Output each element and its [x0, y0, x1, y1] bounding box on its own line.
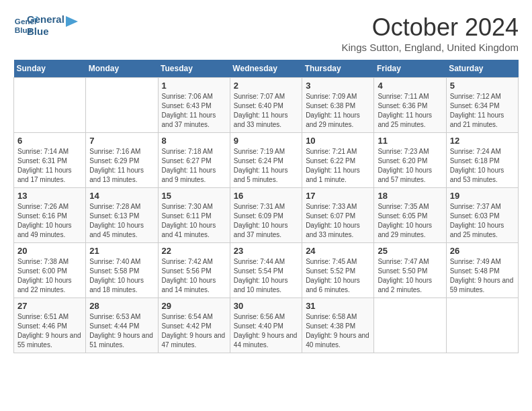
day-number: 26 [450, 246, 515, 256]
day-number: 8 [162, 136, 226, 146]
day-number: 21 [89, 246, 154, 256]
calendar-cell: 27Sunrise: 6:51 AMSunset: 4:46 PMDayligh… [14, 298, 86, 353]
day-detail: Sunrise: 6:53 AMSunset: 4:44 PMDaylight:… [89, 312, 154, 350]
day-number: 30 [234, 301, 298, 311]
day-number: 29 [162, 301, 226, 311]
weekday-header-friday: Friday [374, 60, 446, 78]
day-detail: Sunrise: 7:37 AMSunset: 6:03 PMDaylight:… [450, 202, 515, 240]
calendar-cell: 25Sunrise: 7:47 AMSunset: 5:50 PMDayligh… [374, 243, 446, 298]
calendar-cell: 18Sunrise: 7:35 AMSunset: 6:05 PMDayligh… [374, 188, 446, 243]
day-detail: Sunrise: 7:18 AMSunset: 6:27 PMDaylight:… [162, 147, 226, 185]
logo-text-line2: Blue [27, 26, 64, 38]
day-detail: Sunrise: 6:54 AMSunset: 4:42 PMDaylight:… [162, 312, 226, 350]
day-detail: Sunrise: 7:06 AMSunset: 6:43 PMDaylight:… [162, 92, 226, 130]
location: Kings Sutton, England, United Kingdom [341, 42, 519, 53]
day-detail: Sunrise: 7:07 AMSunset: 6:40 PMDaylight:… [234, 92, 298, 130]
calendar-week-row: 27Sunrise: 6:51 AMSunset: 4:46 PMDayligh… [14, 298, 519, 353]
day-detail: Sunrise: 6:58 AMSunset: 4:38 PMDaylight:… [306, 312, 370, 350]
calendar-cell: 29Sunrise: 6:54 AMSunset: 4:42 PMDayligh… [158, 298, 230, 353]
weekday-header-monday: Monday [86, 60, 158, 78]
calendar-cell: 8Sunrise: 7:18 AMSunset: 6:27 PMDaylight… [158, 133, 230, 188]
day-detail: Sunrise: 7:49 AMSunset: 5:48 PMDaylight:… [450, 257, 515, 295]
day-number: 12 [450, 136, 515, 146]
calendar-cell: 22Sunrise: 7:42 AMSunset: 5:56 PMDayligh… [158, 243, 230, 298]
page-header: General Blue General Blue October 2024 K… [13, 13, 519, 53]
logo: General Blue General Blue [13, 13, 78, 38]
day-detail: Sunrise: 7:45 AMSunset: 5:52 PMDaylight:… [306, 257, 370, 295]
day-detail: Sunrise: 6:56 AMSunset: 4:40 PMDaylight:… [234, 312, 298, 350]
calendar-cell: 20Sunrise: 7:38 AMSunset: 6:00 PMDayligh… [14, 243, 86, 298]
calendar-cell: 17Sunrise: 7:33 AMSunset: 6:07 PMDayligh… [302, 188, 374, 243]
day-detail: Sunrise: 7:38 AMSunset: 6:00 PMDaylight:… [17, 257, 82, 295]
calendar-cell: 31Sunrise: 6:58 AMSunset: 4:38 PMDayligh… [302, 298, 374, 353]
day-number: 22 [162, 246, 226, 256]
weekday-header-sunday: Sunday [14, 60, 86, 78]
day-number: 5 [450, 81, 515, 91]
calendar-week-row: 20Sunrise: 7:38 AMSunset: 6:00 PMDayligh… [14, 243, 519, 298]
day-number: 1 [162, 81, 226, 91]
calendar-cell: 15Sunrise: 7:30 AMSunset: 6:11 PMDayligh… [158, 188, 230, 243]
calendar-cell: 23Sunrise: 7:44 AMSunset: 5:54 PMDayligh… [230, 243, 302, 298]
calendar-cell: 10Sunrise: 7:21 AMSunset: 6:22 PMDayligh… [302, 133, 374, 188]
calendar-week-row: 6Sunrise: 7:14 AMSunset: 6:31 PMDaylight… [14, 133, 519, 188]
day-number: 2 [234, 81, 298, 91]
day-detail: Sunrise: 6:51 AMSunset: 4:46 PMDaylight:… [17, 312, 82, 350]
day-detail: Sunrise: 7:33 AMSunset: 6:07 PMDaylight:… [306, 202, 370, 240]
calendar-cell: 13Sunrise: 7:26 AMSunset: 6:16 PMDayligh… [14, 188, 86, 243]
calendar-week-row: 1Sunrise: 7:06 AMSunset: 6:43 PMDaylight… [14, 78, 519, 133]
title-area: October 2024 Kings Sutton, England, Unit… [341, 13, 519, 53]
calendar-cell: 24Sunrise: 7:45 AMSunset: 5:52 PMDayligh… [302, 243, 374, 298]
day-number: 16 [234, 191, 298, 201]
calendar-cell: 3Sunrise: 7:09 AMSunset: 6:38 PMDaylight… [302, 78, 374, 133]
day-detail: Sunrise: 7:42 AMSunset: 5:56 PMDaylight:… [162, 257, 226, 295]
calendar-cell: 6Sunrise: 7:14 AMSunset: 6:31 PMDaylight… [14, 133, 86, 188]
day-detail: Sunrise: 7:21 AMSunset: 6:22 PMDaylight:… [306, 147, 370, 185]
day-number: 13 [17, 191, 82, 201]
calendar-cell: 9Sunrise: 7:19 AMSunset: 6:24 PMDaylight… [230, 133, 302, 188]
calendar-cell: 2Sunrise: 7:07 AMSunset: 6:40 PMDaylight… [230, 78, 302, 133]
calendar-cell: 26Sunrise: 7:49 AMSunset: 5:48 PMDayligh… [446, 243, 518, 298]
day-number: 10 [306, 136, 370, 146]
day-number: 24 [306, 246, 370, 256]
day-detail: Sunrise: 7:40 AMSunset: 5:58 PMDaylight:… [89, 257, 154, 295]
calendar-cell: 4Sunrise: 7:11 AMSunset: 6:36 PMDaylight… [374, 78, 446, 133]
calendar-cell: 1Sunrise: 7:06 AMSunset: 6:43 PMDaylight… [158, 78, 230, 133]
day-detail: Sunrise: 7:23 AMSunset: 6:20 PMDaylight:… [378, 147, 442, 185]
day-number: 4 [378, 81, 442, 91]
day-detail: Sunrise: 7:12 AMSunset: 6:34 PMDaylight:… [450, 92, 515, 130]
calendar-cell: 19Sunrise: 7:37 AMSunset: 6:03 PMDayligh… [446, 188, 518, 243]
day-number: 3 [306, 81, 370, 91]
weekday-header-wednesday: Wednesday [230, 60, 302, 78]
calendar-cell: 30Sunrise: 6:56 AMSunset: 4:40 PMDayligh… [230, 298, 302, 353]
calendar-week-row: 13Sunrise: 7:26 AMSunset: 6:16 PMDayligh… [14, 188, 519, 243]
day-detail: Sunrise: 7:28 AMSunset: 6:13 PMDaylight:… [89, 202, 154, 240]
day-detail: Sunrise: 7:30 AMSunset: 6:11 PMDaylight:… [162, 202, 226, 240]
day-detail: Sunrise: 7:24 AMSunset: 6:18 PMDaylight:… [450, 147, 515, 185]
day-number: 18 [378, 191, 442, 201]
day-number: 19 [450, 191, 515, 201]
month-title: October 2024 [341, 13, 519, 42]
day-detail: Sunrise: 7:19 AMSunset: 6:24 PMDaylight:… [234, 147, 298, 185]
day-detail: Sunrise: 7:09 AMSunset: 6:38 PMDaylight:… [306, 92, 370, 130]
day-detail: Sunrise: 7:16 AMSunset: 6:29 PMDaylight:… [89, 147, 154, 185]
weekday-header-row: SundayMondayTuesdayWednesdayThursdayFrid… [14, 60, 519, 78]
day-detail: Sunrise: 7:14 AMSunset: 6:31 PMDaylight:… [17, 147, 82, 185]
calendar-cell: 5Sunrise: 7:12 AMSunset: 6:34 PMDaylight… [446, 78, 518, 133]
logo-flag-icon [66, 16, 78, 32]
weekday-header-thursday: Thursday [302, 60, 374, 78]
day-number: 31 [306, 301, 370, 311]
calendar-cell [14, 78, 86, 133]
calendar-cell [86, 78, 158, 133]
calendar-cell: 11Sunrise: 7:23 AMSunset: 6:20 PMDayligh… [374, 133, 446, 188]
day-detail: Sunrise: 7:31 AMSunset: 6:09 PMDaylight:… [234, 202, 298, 240]
day-number: 27 [17, 301, 82, 311]
calendar-cell: 7Sunrise: 7:16 AMSunset: 6:29 PMDaylight… [86, 133, 158, 188]
day-number: 7 [89, 136, 154, 146]
calendar-cell: 16Sunrise: 7:31 AMSunset: 6:09 PMDayligh… [230, 188, 302, 243]
calendar-cell: 14Sunrise: 7:28 AMSunset: 6:13 PMDayligh… [86, 188, 158, 243]
day-number: 20 [17, 246, 82, 256]
day-number: 14 [89, 191, 154, 201]
calendar-cell: 12Sunrise: 7:24 AMSunset: 6:18 PMDayligh… [446, 133, 518, 188]
calendar-cell [374, 298, 446, 353]
day-detail: Sunrise: 7:47 AMSunset: 5:50 PMDaylight:… [378, 257, 442, 295]
